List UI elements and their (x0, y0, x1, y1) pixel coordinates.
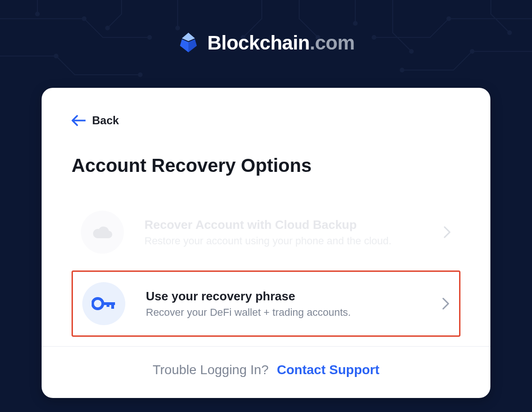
svg-point-1 (138, 72, 143, 77)
back-button[interactable]: Back (72, 114, 119, 127)
logo-icon (177, 32, 200, 54)
option-cloud-subtitle: Restore your account using your phone an… (144, 235, 438, 247)
arrow-left-icon (72, 115, 86, 126)
chevron-right-icon (444, 226, 451, 238)
option-phrase-subtitle: Recover your DeFi wallet + trading accou… (146, 306, 437, 319)
footer-question: Trouble Logging In? (152, 362, 268, 377)
svg-marker-18 (188, 39, 197, 52)
svg-point-3 (400, 68, 404, 72)
svg-point-13 (54, 54, 58, 58)
svg-rect-22 (107, 302, 109, 307)
card-footer: Trouble Logging In? Contact Support (42, 346, 490, 398)
option-cloud-title: Recover Account with Cloud Backup (144, 218, 438, 232)
svg-marker-16 (182, 33, 195, 41)
back-label: Back (92, 114, 119, 127)
option-cloud-backup: Recover Account with Cloud Backup Restor… (72, 200, 460, 264)
page-title: Account Recovery Options (72, 155, 460, 176)
svg-point-19 (93, 298, 103, 309)
svg-rect-21 (111, 302, 114, 309)
recovery-card: Back Account Recovery Options Recover Ac… (42, 88, 490, 398)
option-phrase-title: Use your recovery phrase (146, 289, 437, 304)
brand-tld: .com (310, 32, 355, 54)
chevron-right-icon (442, 298, 450, 310)
cloud-icon (81, 211, 124, 254)
contact-support-link[interactable]: Contact Support (277, 362, 379, 377)
svg-marker-17 (180, 39, 188, 52)
option-recovery-phrase[interactable]: Use your recovery phrase Recover your De… (72, 270, 460, 337)
header-logo: Blockchain.com (0, 0, 532, 54)
brand-name: Blockchain (207, 32, 309, 54)
key-icon (82, 282, 125, 325)
logo-text: Blockchain.com (207, 32, 354, 54)
recovery-options-list: Recover Account with Cloud Backup Restor… (72, 200, 460, 337)
